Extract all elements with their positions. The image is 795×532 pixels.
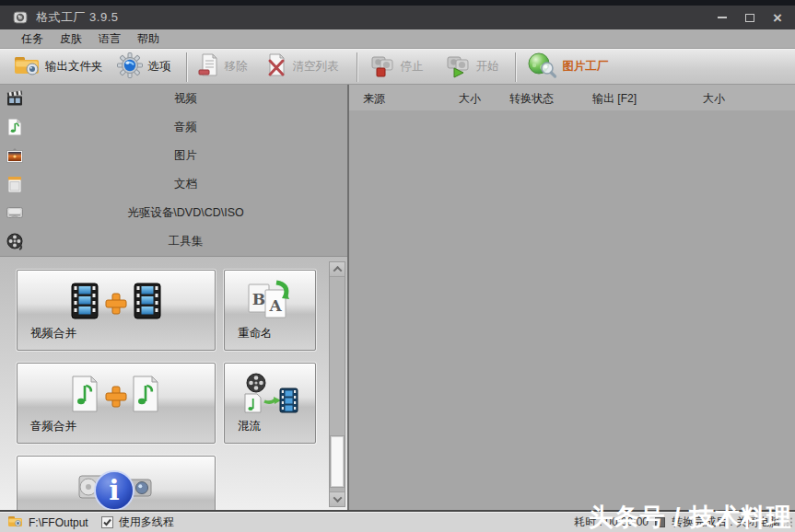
file-list-panel: 来源 大小 转换状态 输出 [F2] 大小	[349, 85, 795, 510]
start-button[interactable]: 开始	[438, 52, 506, 83]
minimize-button[interactable]	[708, 6, 736, 29]
menu-help[interactable]: 帮助	[134, 30, 162, 48]
rename-label: 重命名	[238, 326, 273, 341]
picture-factory-button[interactable]: 图片工厂	[520, 52, 615, 83]
start-label: 开始	[476, 59, 499, 75]
scroll-down-button[interactable]	[330, 492, 345, 506]
main-area: 视频 音频 图片 文档	[0, 85, 795, 512]
category-label: 文档	[0, 177, 347, 192]
media-info-icon: i	[18, 468, 215, 510]
menu-task[interactable]: 任务	[18, 30, 46, 48]
scrollbar-thumb[interactable]	[331, 436, 344, 487]
category-label: 工具集	[0, 234, 347, 249]
toolset-category-icon	[6, 232, 24, 250]
rename-icon: B A	[225, 278, 315, 324]
output-folder-icon	[13, 53, 41, 80]
maximize-icon	[745, 14, 754, 22]
video-category-icon	[6, 89, 24, 108]
file-list-body[interactable]	[349, 110, 795, 510]
media-info-tile[interactable]: i	[17, 456, 216, 510]
column-size-2[interactable]: 大小	[703, 91, 725, 107]
mux-label: 混流	[238, 419, 261, 434]
output-folder-button[interactable]: 输出文件夹	[6, 52, 110, 83]
output-path: F:\FFOutput	[29, 516, 88, 529]
remove-file-icon	[198, 52, 220, 81]
picture-category-icon	[6, 146, 24, 165]
minimize-icon	[718, 17, 727, 18]
scroll-up-button[interactable]	[330, 262, 345, 277]
stop-label: 停止	[401, 59, 424, 75]
chevron-down-icon	[333, 493, 342, 503]
category-audio[interactable]: 音频	[0, 113, 347, 142]
mux-tile[interactable]: 混流	[224, 363, 316, 444]
category-label: 图片	[0, 148, 347, 164]
multithread-label: 使用多线程	[119, 515, 174, 530]
stop-button[interactable]: 停止	[362, 52, 430, 83]
remove-button[interactable]: 移除	[192, 52, 254, 83]
toolset-panel: 视频合并 B A 重命名	[0, 256, 347, 510]
close-button[interactable]: ×	[764, 6, 791, 29]
menu-language[interactable]: 语言	[96, 30, 123, 48]
output-folder-label: 输出文件夹	[45, 59, 103, 75]
watermark-text: 头条号 / 技术料理	[588, 504, 792, 531]
video-merge-label: 视频合并	[30, 326, 76, 341]
toolbar-separator	[186, 52, 187, 82]
options-label: 选项	[148, 59, 171, 75]
svg-text:A: A	[268, 296, 282, 315]
left-panel: 视频 音频 图片 文档	[0, 85, 349, 510]
maximize-button[interactable]	[736, 6, 764, 29]
audio-merge-label: 音频合并	[30, 419, 76, 434]
category-list: 视频 音频 图片 文档	[0, 85, 347, 256]
check-icon	[102, 517, 112, 527]
category-video[interactable]: 视频	[0, 85, 347, 113]
multithread-checkbox[interactable]	[101, 516, 113, 528]
column-output[interactable]: 输出 [F2]	[592, 91, 637, 107]
output-path-folder-icon[interactable]	[7, 515, 23, 531]
close-icon: ×	[773, 10, 782, 26]
svg-text:i: i	[109, 474, 119, 506]
remove-label: 移除	[225, 59, 248, 75]
disc-drive-category-icon	[6, 203, 24, 222]
app-icon	[13, 10, 28, 25]
category-toolset[interactable]: 工具集	[0, 227, 347, 256]
category-picture[interactable]: 图片	[0, 142, 347, 170]
column-convert-state[interactable]: 转换状态	[509, 91, 554, 107]
start-icon	[444, 52, 472, 81]
app-window: 格式工厂 3.9.5 × 任务 皮肤 语言 帮助 输出文件夹	[0, 0, 795, 532]
audio-category-icon	[6, 118, 24, 136]
audio-merge-icon	[18, 371, 215, 417]
category-label: 光驱设备\DVD\CD\ISO	[0, 205, 347, 221]
column-size[interactable]: 大小	[459, 91, 481, 107]
clear-list-button[interactable]: 清空列表	[260, 52, 345, 83]
video-merge-icon	[18, 278, 215, 324]
document-category-icon	[6, 175, 24, 193]
category-document[interactable]: 文档	[0, 170, 347, 199]
menubar: 任务 皮肤 语言 帮助	[0, 29, 795, 49]
file-list-header: 来源 大小 转换状态 输出 [F2] 大小	[349, 85, 795, 110]
category-label: 视频	[0, 91, 347, 107]
stop-icon	[368, 52, 396, 81]
picture-factory-label: 图片工厂	[563, 59, 609, 75]
category-label: 音频	[0, 120, 347, 135]
tools-scrollbar[interactable]	[329, 261, 345, 507]
toolbar-separator	[515, 52, 516, 82]
toolbar-separator	[357, 52, 357, 82]
clear-list-icon	[266, 52, 288, 81]
picture-factory-icon	[527, 52, 558, 82]
window-title: 格式工厂 3.9.5	[36, 9, 708, 26]
video-merge-tile[interactable]: 视频合并	[17, 270, 216, 351]
options-gear-icon	[116, 52, 144, 81]
options-button[interactable]: 选项	[110, 52, 178, 83]
menu-skin[interactable]: 皮肤	[57, 30, 85, 48]
category-disc-drive[interactable]: 光驱设备\DVD\CD\ISO	[0, 199, 347, 227]
titlebar[interactable]: 格式工厂 3.9.5 ×	[0, 6, 795, 29]
column-source[interactable]: 来源	[363, 91, 385, 107]
clear-list-label: 清空列表	[293, 59, 339, 75]
audio-merge-tile[interactable]: 音频合并	[17, 363, 216, 444]
mux-icon	[225, 371, 315, 417]
svg-text:B: B	[252, 290, 265, 308]
rename-tile[interactable]: B A 重命名	[224, 270, 316, 351]
chevron-up-icon	[333, 266, 342, 275]
toolbar: 输出文件夹 选项	[0, 49, 795, 85]
